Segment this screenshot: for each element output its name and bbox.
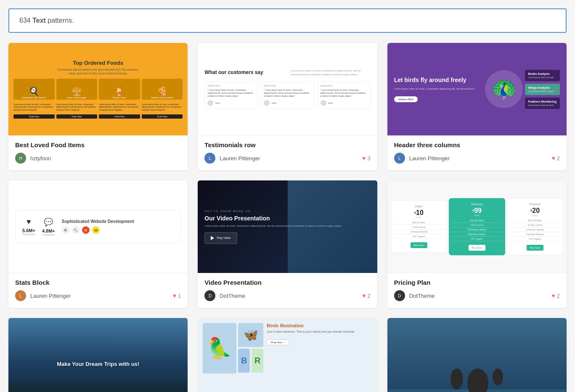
card-header3-meta: L Lauren Pittenger ♥ 2 — [394, 153, 560, 164]
stat-comments-label: Comments — [42, 233, 55, 236]
likes-count: ♥ 2 — [362, 292, 371, 299]
author-avatar: H — [15, 153, 26, 164]
test-heading: What our customers say — [204, 69, 284, 77]
card-pricing-info: Pricing Plan D DotTheme ♥ 2 — [387, 273, 567, 308]
author-name: hztyfoon — [30, 155, 181, 162]
pricing-feature: Max 500 Items — [452, 219, 502, 223]
heart-icon: ♥ — [362, 155, 366, 162]
card-food-info: Best Loved Food Items H hztyfoon — [8, 135, 188, 170]
card-video[interactable]: GET TO KNOW MORE US Our Video Presentati… — [198, 180, 377, 308]
birds-title: Birds Illustration — [267, 323, 372, 328]
food-item: 🍳Sandwich with Sauce — [13, 79, 55, 100]
card-header3[interactable]: Let birds fly around freely Lorem ipsum … — [387, 43, 567, 170]
heart-icon: ♥ — [551, 292, 555, 299]
pricing-premium: Premium $20 Yearly Max 100 Items 10 Site… — [507, 198, 563, 255]
heart-icon: ♥ — [551, 155, 555, 162]
birds-shop-button[interactable]: Shop Now → — [267, 339, 289, 345]
play-triangle-icon — [211, 236, 214, 240]
card-birds-thumbnail: 🦜 🦋 B R Birds Illustration Just a — [198, 318, 377, 392]
card-pricing[interactable]: Stater $10 Yearly Max 50 Items 1 Site Li… — [387, 180, 567, 308]
food-title: Top Ordered Foods — [73, 60, 123, 66]
likes-count: ♥ 1 — [173, 292, 181, 299]
play-label: Play Video — [217, 236, 231, 239]
card-header3-thumbnail: Let birds fly around freely Lorem ipsum … — [387, 43, 567, 135]
card-birds[interactable]: 🦜 🦋 B R Birds Illustration Just a — [198, 318, 377, 392]
author-avatar: L — [394, 153, 405, 164]
trips-trees — [8, 377, 188, 392]
card-header3-title: Header three columns — [394, 141, 560, 148]
pricing-feature: 8 Premium Module — [510, 228, 560, 232]
test-card: AMAZING " Lorem ipsum dolor sit amet, co… — [204, 82, 257, 109]
card-stats-meta: L Lauren Pittenger ♥ 1 — [15, 290, 181, 301]
card-stats-thumbnail: ♥ 5.6M+ Total Users 💬 4.8M+ Comments Sop… — [8, 180, 188, 273]
page-wrapper: 634 Text patterns. Top Ordered Foods Con… — [0, 0, 575, 392]
pricing-period: Yearly — [394, 216, 444, 219]
card-trips[interactable]: Make Your Dream Trips with us! Make Your… — [8, 318, 188, 392]
pricing-period: Yearly — [510, 214, 560, 217]
card-video-meta: D DotTheme ♥ 2 — [204, 290, 370, 301]
pricing-tier: Standard — [452, 203, 502, 206]
trips-title: Make Your Dream Trips with us! — [57, 361, 139, 368]
pricing-feature: Unlimited Statistics — [452, 233, 502, 237]
author-name: Lauren Pittenger — [220, 155, 358, 162]
pricing-period: Yearly — [452, 214, 502, 217]
video-title: Our Video Presentation — [204, 215, 370, 222]
food-item: 🍹Mixed Juice — [99, 79, 140, 100]
card-testimonials[interactable]: What our customers say Lorem ipsum dolor… — [198, 43, 377, 170]
card-stats[interactable]: ♥ 5.6M+ Total Users 💬 4.8M+ Comments Sop… — [8, 180, 188, 308]
pricing-feature: 20 Premium Module — [452, 228, 502, 232]
card-video-info: Video Presentation D DotTheme ♥ 2 — [198, 273, 377, 308]
food-items-grid: 🍳Sandwich with Sauce 🍔Juicy food burger … — [13, 79, 183, 100]
author-name: DotTheme — [220, 293, 358, 299]
card-travel[interactable]: Best Travel & Holiday Deals Best Travel … — [387, 318, 567, 392]
pricing-tier: Stater — [394, 205, 444, 208]
h3-bird-image: 🦚 — [483, 68, 525, 110]
pricing-buy-button[interactable]: Buy Now — [469, 245, 485, 251]
test-card: AMAZING " Lorem ipsum dolor sit amet, co… — [318, 82, 371, 109]
author-avatar: L — [204, 153, 215, 164]
heart-stat-icon: ♥ — [22, 217, 35, 226]
test-cards: AMAZING " Lorem ipsum dolor sit amet, co… — [204, 82, 370, 109]
pricing-feature: 10 Site License — [510, 224, 560, 228]
author-avatar: L — [15, 290, 26, 301]
stats-heading: Sophisticated Website Development — [62, 219, 174, 224]
test-para: Lorem ipsum dolor sit amet, consectetur … — [291, 69, 371, 77]
likes-number: 2 — [557, 293, 560, 299]
card-travel-thumbnail: Best Travel & Holiday Deals — [387, 318, 567, 392]
pricing-buy-button[interactable]: Buy Now — [411, 242, 427, 248]
h3-tag-wings: Wings Analysis Lorem ipsum dolor sit ame… — [525, 84, 560, 95]
likes-count: ♥ 2 — [551, 292, 560, 299]
h3-adopt-button[interactable]: Adopt a Bird — [394, 96, 418, 102]
stat-comments-val: 4.8M+ — [42, 228, 55, 233]
search-count: 634 — [19, 17, 31, 24]
pricing-feature: 1 Site License — [394, 226, 444, 230]
video-desc: Lorem ipsum dolor sit amet, consectetur … — [204, 224, 370, 228]
pricing-feature: 24/7 Support — [510, 238, 560, 241]
tech-icon-js: JS — [92, 226, 100, 234]
pricing-starter: Stater $10 Yearly Max 50 Items 1 Site Li… — [391, 200, 447, 253]
heart-icon: ♥ — [173, 292, 176, 299]
author-avatar: D — [204, 290, 215, 301]
rock-3 — [493, 368, 503, 385]
tech-icon-html5: H — [82, 226, 90, 234]
chat-stat-icon: 💬 — [42, 217, 55, 227]
heart-icon: ♥ — [362, 292, 366, 299]
test-card: AMAZING " Lorem ipsum dolor sit amet, co… — [261, 82, 314, 109]
card-pricing-meta: D DotTheme ♥ 2 — [394, 290, 560, 301]
likes-number: 2 — [367, 293, 370, 299]
h3-tag-feathers: Feathers Monitoring Lorem ipsum dolor si… — [525, 98, 560, 109]
search-bar: 634 Text patterns. — [8, 8, 567, 33]
bird-letter-b: B — [238, 349, 250, 373]
video-play-button[interactable]: Play Video — [204, 232, 237, 244]
pricing-buy-button[interactable]: Buy Now — [527, 245, 543, 251]
search-bold: Text — [32, 17, 46, 24]
card-pricing-thumbnail: Stater $10 Yearly Max 50 Items 1 Site Li… — [387, 180, 567, 273]
card-testimonials-info: Testimonials row L Lauren Pittenger ♥ 3 — [198, 135, 377, 170]
food-subtitle: Confused about which one you should try?… — [57, 68, 139, 75]
card-trips-thumbnail: Make Your Dream Trips with us! — [8, 318, 188, 392]
pricing-feature: Max 100 Items — [510, 219, 560, 223]
card-testimonials-title: Testimonials row — [204, 141, 370, 148]
card-food[interactable]: Top Ordered Foods Confused about which o… — [8, 43, 188, 170]
likes-number: 1 — [178, 293, 181, 299]
pricing-feature: 5 Site License — [452, 224, 502, 228]
